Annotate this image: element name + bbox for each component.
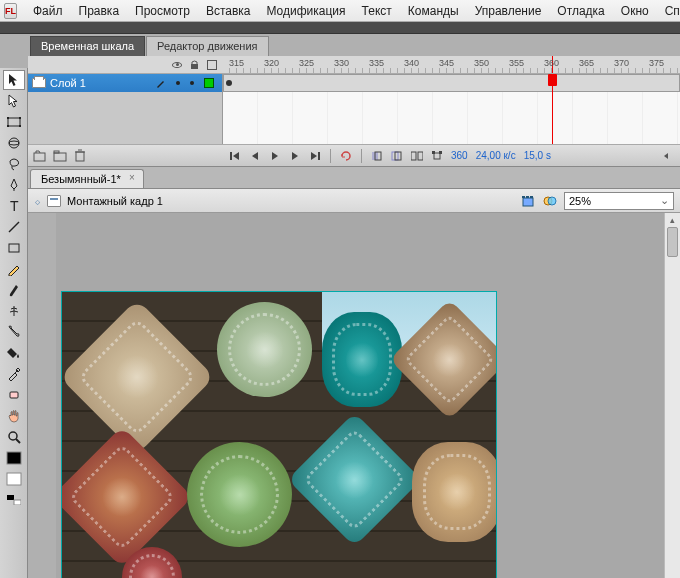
brush-tool[interactable]: [3, 280, 25, 300]
svg-rect-31: [418, 152, 423, 160]
paint-bucket-tool[interactable]: [3, 343, 25, 363]
frame-number: 335: [369, 58, 384, 68]
timeline-header: 3153203253303353403453503553603653703753…: [28, 56, 680, 74]
playhead-line[interactable]: [552, 74, 553, 144]
visibility-dot[interactable]: [176, 81, 180, 85]
layer-name: Слой 1: [50, 77, 86, 89]
fps-value[interactable]: 24,00 к/с: [476, 150, 516, 161]
tab-timeline[interactable]: Временная шкала: [30, 36, 145, 56]
menu-view[interactable]: Просмотр: [127, 2, 198, 20]
back-arrow-icon[interactable]: ⬦: [34, 194, 41, 208]
frame-ruler[interactable]: 3153203253303353403453503553603653703753…: [223, 56, 680, 73]
subselection-tool[interactable]: [3, 91, 25, 111]
edit-scene-icon[interactable]: [520, 193, 536, 209]
svg-rect-4: [19, 125, 21, 127]
goto-first-button[interactable]: [227, 148, 243, 164]
eraser-tool[interactable]: [3, 385, 25, 405]
frame-number: 320: [264, 58, 279, 68]
text-tool[interactable]: T: [3, 196, 25, 216]
stage[interactable]: ▴: [56, 213, 680, 578]
scroll-left-button[interactable]: [658, 148, 674, 164]
menu-modify[interactable]: Модификация: [258, 2, 353, 20]
frames-area[interactable]: [223, 74, 680, 144]
pen-tool[interactable]: [3, 175, 25, 195]
panel-tabs: Временная шкала Редактор движения: [28, 34, 680, 56]
svg-rect-15: [7, 495, 14, 500]
play-button[interactable]: [267, 148, 283, 164]
onion-skin-button[interactable]: [369, 148, 385, 164]
frame-number: 315: [229, 58, 244, 68]
frame-number: 365: [579, 58, 594, 68]
fill-color-tool[interactable]: [3, 469, 25, 489]
scroll-up-icon[interactable]: ▴: [665, 213, 680, 227]
menu-help[interactable]: Справка: [657, 2, 680, 20]
edit-symbol-icon[interactable]: [542, 193, 558, 209]
menu-commands[interactable]: Команды: [400, 2, 467, 20]
menu-control[interactable]: Управление: [467, 2, 550, 20]
menu-window[interactable]: Окно: [613, 2, 657, 20]
delete-layer-button[interactable]: [72, 148, 88, 164]
hand-tool[interactable]: [3, 406, 25, 426]
svg-rect-24: [230, 152, 232, 160]
vertical-scrollbar[interactable]: ▴: [664, 213, 680, 578]
svg-rect-34: [439, 151, 442, 154]
new-folder-button[interactable]: [52, 148, 68, 164]
svg-rect-37: [526, 196, 529, 198]
svg-rect-21: [76, 152, 84, 161]
layers-column: Слой 1: [28, 74, 223, 144]
timeline-footer: 360 24,00 к/с 15,0 s: [28, 144, 680, 166]
selection-tool[interactable]: [3, 70, 25, 90]
breadcrumb-bar: ⬦ Монтажный кадр 1 25%: [28, 189, 680, 213]
frame-number: 330: [334, 58, 349, 68]
onion-markers-button[interactable]: [429, 148, 445, 164]
new-layer-button[interactable]: [32, 148, 48, 164]
document-tabs: Безымянный-1* ×: [28, 167, 680, 189]
onion-outline-button[interactable]: [389, 148, 405, 164]
goto-last-button[interactable]: [307, 148, 323, 164]
step-forward-button[interactable]: [287, 148, 303, 164]
toolbox: T: [0, 68, 28, 578]
lasso-tool[interactable]: [3, 154, 25, 174]
step-back-button[interactable]: [247, 148, 263, 164]
bone-tool[interactable]: [3, 322, 25, 342]
svg-text:T: T: [10, 199, 19, 213]
scene-name[interactable]: Монтажный кадр 1: [67, 195, 163, 207]
menu-text[interactable]: Текст: [354, 2, 400, 20]
menu-insert[interactable]: Вставка: [198, 2, 259, 20]
svg-rect-10: [10, 392, 18, 398]
lock-dot[interactable]: [190, 81, 194, 85]
eyedropper-tool[interactable]: [3, 364, 25, 384]
menu-debug[interactable]: Отладка: [549, 2, 612, 20]
free-transform-tool[interactable]: [3, 112, 25, 132]
menu-edit[interactable]: Правка: [71, 2, 128, 20]
outline-color-icon[interactable]: [207, 60, 217, 70]
menubar: FL Файл Правка Просмотр Вставка Модифика…: [0, 0, 680, 22]
visibility-icon[interactable]: [172, 62, 182, 68]
scrollbar-thumb[interactable]: [667, 227, 678, 257]
rectangle-tool[interactable]: [3, 238, 25, 258]
zoom-tool[interactable]: [3, 427, 25, 447]
svg-rect-2: [19, 117, 21, 119]
line-tool[interactable]: [3, 217, 25, 237]
canvas-content[interactable]: [61, 291, 497, 578]
loop-button[interactable]: [338, 148, 354, 164]
3d-rotate-tool[interactable]: [3, 133, 25, 153]
edit-multiple-button[interactable]: [409, 148, 425, 164]
swap-colors-tool[interactable]: [3, 490, 25, 510]
layer-color-swatch[interactable]: [204, 78, 214, 88]
menu-file[interactable]: Файл: [25, 2, 71, 20]
current-frame-value[interactable]: 360: [451, 150, 468, 161]
stroke-color-tool[interactable]: [3, 448, 25, 468]
tab-motion-editor[interactable]: Редактор движения: [146, 36, 268, 56]
close-icon[interactable]: ×: [127, 174, 137, 184]
doc-tab[interactable]: Безымянный-1* ×: [30, 169, 144, 188]
frame-number: 375: [649, 58, 664, 68]
deco-tool[interactable]: [3, 301, 25, 321]
pencil-tool[interactable]: [3, 259, 25, 279]
svg-rect-20: [54, 151, 59, 153]
layer-icon: [32, 78, 46, 88]
lock-icon[interactable]: [190, 60, 199, 70]
frame-span[interactable]: [223, 74, 680, 92]
zoom-select[interactable]: 25%: [564, 192, 674, 210]
layer-row[interactable]: Слой 1: [28, 74, 222, 92]
